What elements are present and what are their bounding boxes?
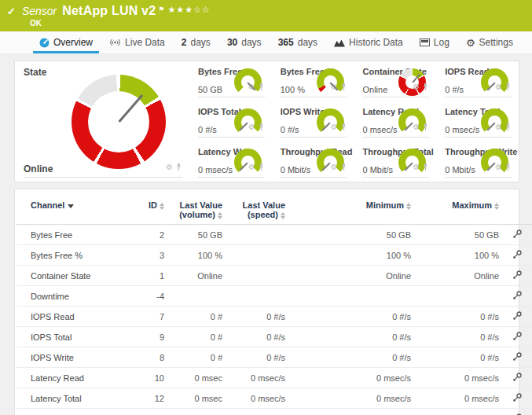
channel-settings-icon[interactable] xyxy=(512,250,522,261)
header-id[interactable]: ID xyxy=(134,191,167,225)
gauge-needle xyxy=(118,94,143,123)
table-row[interactable]: Latency Read 10 0 msec 0 msec/s 0 msec/s… xyxy=(17,368,532,388)
pin-icon[interactable] xyxy=(258,160,265,174)
chart-icon xyxy=(334,39,345,47)
log-icon xyxy=(420,39,430,46)
sort-icon xyxy=(406,203,411,210)
tab-2-days[interactable]: 2 days xyxy=(174,31,218,53)
pin-icon[interactable] xyxy=(422,80,429,94)
gauge-cell-latency-read: Latency Read 0 msec/s ⚙ xyxy=(354,101,437,141)
channel-name[interactable]: IOPS Write xyxy=(17,347,134,368)
pin-icon[interactable] xyxy=(340,80,347,94)
header-last-value-speed[interactable]: Last Value(speed) xyxy=(226,191,288,225)
channel-name[interactable]: Container State xyxy=(17,266,134,286)
table-row[interactable]: IOPS Write 8 0 # 0 #/s 0 #/s 0 #/s xyxy=(17,347,532,368)
channel-settings-icon[interactable] xyxy=(512,270,522,281)
header-minimum[interactable]: Minimum xyxy=(288,191,414,225)
sensor-header: ✓ Sensor NetApp LUN v2 ⚑ ★★★☆☆ OK xyxy=(0,0,532,31)
pin-icon[interactable] xyxy=(175,160,182,174)
status-badge: OK xyxy=(30,18,524,28)
pin-icon[interactable] xyxy=(504,160,512,174)
tab-overview[interactable]: Overview xyxy=(31,31,101,53)
state-gauge-cell: State Online ⚙ xyxy=(15,61,189,182)
gear-icon[interactable]: ⚙ xyxy=(413,83,420,91)
priority-stars[interactable]: ★★★☆☆ xyxy=(167,5,210,15)
sort-icon xyxy=(494,203,499,210)
channel-name[interactable]: Latency Read xyxy=(17,368,134,388)
gauge-cell-throughput-read: Throughput Read 0 Mbit/s ⚙ xyxy=(272,141,354,182)
gear-icon[interactable]: ⚙ xyxy=(495,163,502,171)
channel-name[interactable]: Downtime xyxy=(17,286,134,307)
channel-settings-icon[interactable] xyxy=(512,393,522,404)
gear-icon[interactable]: ⚙ xyxy=(248,163,255,171)
gauge-cell-container-state: Container State Online ⚙ xyxy=(354,61,437,101)
table-row[interactable]: Latency Write 11 0 msec 0 msec/s 0 msec/… xyxy=(17,409,532,415)
table-row[interactable]: IOPS Read 7 0 # 0 #/s 0 #/s 0 #/s xyxy=(17,307,532,327)
sort-icon xyxy=(160,203,164,210)
channel-name[interactable]: Latency Write xyxy=(17,409,134,415)
table-row[interactable]: Container State 1 Online Online Online xyxy=(17,266,532,286)
header-last-value-volume[interactable]: Last Value(volume) xyxy=(167,191,226,225)
sort-desc-icon xyxy=(68,204,74,208)
gauge-cell-throughput-total: Throughput Total 0 Mbit/s ⚙ xyxy=(354,141,437,182)
gauge-cell-throughput-write: Throughput Write 0 Mbit/s ⚙ xyxy=(436,141,519,182)
channel-table: Channel ID Last Value(volume) Last Value… xyxy=(17,191,532,415)
tab-log[interactable]: Log xyxy=(412,31,457,53)
channel-settings-icon[interactable] xyxy=(512,230,522,241)
table-row[interactable]: Downtime -4 xyxy=(17,286,532,307)
pin-icon[interactable] xyxy=(258,120,265,134)
gauge-cell-bytes-free: Bytes Free 50 GB ⚙ xyxy=(189,61,272,101)
gauge-icon xyxy=(39,38,50,48)
pin-icon[interactable] xyxy=(258,80,265,94)
header-maximum[interactable]: Maximum xyxy=(414,191,502,225)
pin-icon[interactable] xyxy=(504,80,512,94)
channel-name[interactable]: Latency Total xyxy=(17,388,134,409)
gear-icon[interactable]: ⚙ xyxy=(495,83,502,91)
tab-30-days[interactable]: 30 days xyxy=(219,31,270,53)
state-panel: State Online ⚙ Bytes Free 50 GB ⚙ Bytes … xyxy=(14,61,519,182)
channel-name[interactable]: Bytes Free xyxy=(17,225,134,245)
tab-historic-data[interactable]: Historic Data xyxy=(326,31,411,53)
table-row[interactable]: Bytes Free % 3 100 % 100 % 100 % xyxy=(17,245,532,266)
pin-icon[interactable] xyxy=(504,120,512,134)
pin-icon[interactable] xyxy=(422,160,429,174)
channel-settings-icon[interactable] xyxy=(512,352,522,363)
table-row[interactable]: Bytes Free 2 50 GB 50 GB 50 GB xyxy=(17,225,532,245)
gear-icon[interactable]: ⚙ xyxy=(248,123,255,131)
channel-settings-icon[interactable] xyxy=(512,311,522,322)
channel-settings-icon[interactable] xyxy=(512,373,522,384)
state-gauge[interactable] xyxy=(72,75,166,169)
page-title: NetApp LUN v2 xyxy=(62,4,156,18)
tab-365-days[interactable]: 365 days xyxy=(270,31,325,53)
table-row[interactable]: IOPS Total 9 0 # 0 #/s 0 #/s 0 #/s xyxy=(17,327,532,347)
channel-name[interactable]: IOPS Total xyxy=(17,327,134,347)
gear-icon[interactable]: ⚙ xyxy=(413,163,420,171)
table-row[interactable]: Latency Total 12 0 msec 0 msec/s 0 msec/… xyxy=(17,388,532,409)
tab-live-data[interactable]: Live Data xyxy=(101,31,173,53)
sort-icon xyxy=(281,212,285,219)
header-channel[interactable]: Channel xyxy=(17,191,134,225)
gear-icon[interactable]: ⚙ xyxy=(413,123,420,131)
state-value: Online xyxy=(24,163,53,174)
object-kind-label: Sensor xyxy=(22,5,57,17)
gauge-cell-latency-write: Latency Write 0 msec/s ⚙ xyxy=(189,141,272,182)
channel-settings-icon[interactable] xyxy=(512,332,522,343)
state-label: State xyxy=(24,67,46,78)
gear-icon[interactable]: ⚙ xyxy=(495,123,502,131)
pin-icon[interactable] xyxy=(340,120,347,134)
gear-icon[interactable]: ⚙ xyxy=(331,163,338,171)
tab-settings[interactable]: ⚙ Settings xyxy=(458,31,521,53)
flag-icon[interactable]: ⚑ xyxy=(158,6,164,13)
pin-icon[interactable] xyxy=(340,160,347,174)
channel-settings-icon[interactable] xyxy=(512,291,522,302)
gauge-grid: Bytes Free 50 GB ⚙ Bytes Free % 100 % ⚙ … xyxy=(189,61,519,182)
gear-icon[interactable]: ⚙ xyxy=(331,123,338,131)
gauge-cell-iops-write: IOPS Write 0 #/s ⚙ xyxy=(272,101,354,141)
gear-icon[interactable]: ⚙ xyxy=(166,163,173,171)
gauge-cell-latency-total: Latency Total 0 msec/s ⚙ xyxy=(436,101,519,141)
channel-name[interactable]: IOPS Read xyxy=(17,307,134,327)
gauge-cell-iops-total: IOPS Total 0 #/s ⚙ xyxy=(189,101,272,141)
tab-bar: Overview Live Data 2 days 30 days 365 da… xyxy=(0,31,532,54)
pin-icon[interactable] xyxy=(422,120,429,134)
channel-name[interactable]: Bytes Free % xyxy=(17,245,134,266)
